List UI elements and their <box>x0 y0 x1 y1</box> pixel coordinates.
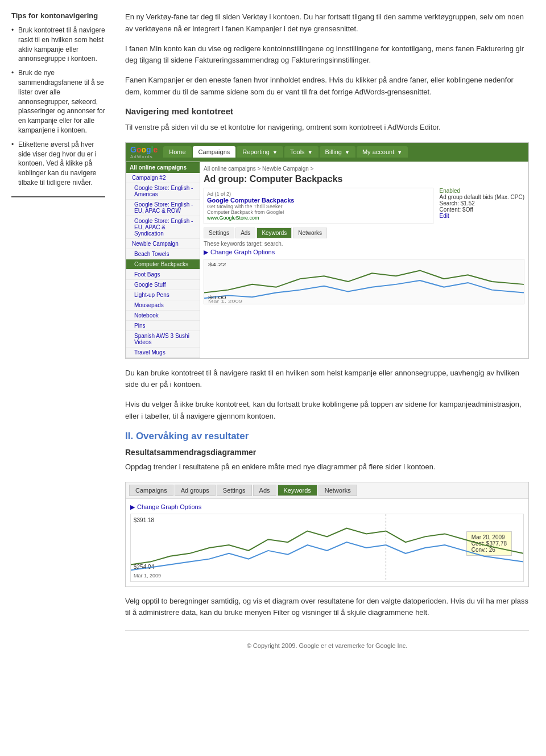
svg-text:Mar 1, 2009: Mar 1, 2009 <box>208 298 242 303</box>
tree-notebook[interactable]: Notebook <box>126 311 200 321</box>
sidebar-tip-3: Etikettene øverst på hver side viser deg… <box>11 140 105 188</box>
sidebar-tip-1: Bruk kontotreet til å navigere raskt til… <box>11 26 105 64</box>
kw-tab-settings[interactable]: Settings <box>217 485 252 496</box>
footer: © Copyright 2009. Google er et varemerke… <box>125 630 529 655</box>
adgroup-title: Ad group: Computer Backpacks <box>204 174 524 184</box>
tree-computer-backpacks[interactable]: Computer Backpacks <box>126 259 200 270</box>
tree-header: All online campaigns <box>126 162 200 173</box>
ad-line1: Get Moving with the Thrill Seeker <box>207 204 430 209</box>
main-content: En ny Verktøy-fane tar deg til siden Ver… <box>114 11 546 655</box>
kw-tab-keywords[interactable]: Keywords <box>278 485 317 496</box>
kw-tab-campaigns[interactable]: Campaigns <box>129 485 173 496</box>
bid-label: Ad group default bids (Max. CPC) <box>439 194 524 200</box>
footer-text: © Copyright 2009. Google er et varemerke… <box>247 642 408 649</box>
adwords-tree: All online campaigns Campaign #2 Google … <box>126 162 200 358</box>
adwords-main-panel: All online campaigns > Newbie Campaign >… <box>200 162 528 358</box>
tree-lightup-pens[interactable]: Light-up Pens <box>126 290 200 300</box>
sidebar-tip-2: Bruk de nye sammendragsfanene til å se l… <box>11 68 105 135</box>
adwords-graph: $4.22 $0.00 Mar 1, 2009 <box>204 259 524 304</box>
tree-campaign-2[interactable]: Campaign #2 <box>126 173 200 183</box>
para-5: Du kan bruke kontotreet til å navigere r… <box>125 367 529 391</box>
para-1: En ny Verktøy-fane tar deg til siden Ver… <box>125 11 529 35</box>
kw-tab-networks[interactable]: Networks <box>318 485 357 496</box>
change-graph-link[interactable]: ▶ Change Graph Options <box>204 249 524 256</box>
tree-beach-towels[interactable]: Beach Towels <box>126 249 200 259</box>
ad-line2: Computer Backpack from Google! <box>207 209 430 215</box>
adwords-screenshot: Google AdWords Home Campaigns Reporting … <box>125 142 529 359</box>
nav-tab-home[interactable]: Home <box>163 146 191 158</box>
para-8: Velg opptil to beregninger samtidig, og … <box>125 596 529 619</box>
tree-foot-bags[interactable]: Foot Bags <box>126 270 200 280</box>
tab-settings[interactable]: Settings <box>204 228 234 238</box>
sidebar: Tips for kontonavigering Bruk kontotreet… <box>0 11 114 655</box>
ad-number: Ad (1 of 2) <box>207 191 430 197</box>
svg-text:$4.22: $4.22 <box>208 261 226 267</box>
sidebar-title: Tips for kontonavigering <box>11 11 105 20</box>
tree-google-eu-apac[interactable]: Google Store: English - EU, APAC & ROW <box>126 200 200 216</box>
tab-keywords[interactable]: Keywords <box>257 228 292 238</box>
adwords-body: All online campaigns Campaign #2 Google … <box>126 162 528 358</box>
tree-newbie[interactable]: Newbie Campaign <box>126 239 200 249</box>
nav-tab-tools[interactable]: Tools ▼ <box>284 146 318 158</box>
tree-travel-mugs[interactable]: Travel Mugs <box>126 348 200 358</box>
ad-status-area: Enabled Ad group default bids (Max. CPC)… <box>439 188 524 224</box>
para-4: Til venstre på siden vil du se et kontot… <box>125 122 529 134</box>
blue-heading: II. Overvåking av resultater <box>125 431 529 442</box>
ad-box: Ad (1 of 2) Google Computer Backpacks Ge… <box>204 188 433 224</box>
tree-mousepads[interactable]: Mousepads <box>126 300 200 311</box>
kw-change-graph-link[interactable]: ▶ Change Graph Options <box>130 503 524 511</box>
para-7: Oppdag trender i resultatene på en enkle… <box>125 461 529 473</box>
tree-spanish[interactable]: Spanish AWS 3 Sushi Videos <box>126 331 200 348</box>
keywords-target-label: These keywords target: search. <box>204 241 524 247</box>
bid-info: Ad group default bids (Max. CPC) Search:… <box>439 194 524 219</box>
nav-heading: Navigering med kontotreet <box>125 106 529 116</box>
tab-ads[interactable]: Ads <box>235 228 255 238</box>
nav-tab-reporting[interactable]: Reporting ▼ <box>237 146 283 158</box>
para-6: Hvis du velger å ikke bruke kontotreet, … <box>125 399 529 423</box>
tree-google-americas[interactable]: Google Store: English - Americas <box>126 183 200 200</box>
sidebar-divider <box>11 196 105 197</box>
bid-edit-link[interactable]: Edit <box>439 213 524 219</box>
bid-search: Search: $1.52 <box>439 200 524 206</box>
tree-pins[interactable]: Pins <box>126 321 200 331</box>
sidebar-tips-list: Bruk kontotreet til å navigere raskt til… <box>11 26 105 188</box>
adwords-navbar: Google AdWords Home Campaigns Reporting … <box>126 143 528 162</box>
bid-content: Content: $Off <box>439 206 524 213</box>
ad-url: www.GoogleStore.com <box>207 215 430 221</box>
adwords-ui: Google AdWords Home Campaigns Reporting … <box>126 143 528 358</box>
ad-section: Ad (1 of 2) Google Computer Backpacks Ge… <box>204 188 524 224</box>
kw-chart: $391.18 $254.04 Mar 1, 2009 Mar 20, 2009… <box>130 514 524 582</box>
kw-tabs-bar: Campaigns Ad groups Settings Ads Keyword… <box>126 482 528 499</box>
tree-google-stuff[interactable]: Google Stuff <box>126 280 200 290</box>
ad-status: Enabled <box>439 188 524 194</box>
adwords-logo: Google AdWords <box>130 145 158 159</box>
tree-google-eu-syn[interactable]: Google Store: English - EU, APAC & Syndi… <box>126 216 200 239</box>
keywords-screenshot: Campaigns Ad groups Settings Ads Keyword… <box>125 482 529 587</box>
para-3: Fanen Kampanjer er den eneste fanen hvor… <box>125 75 529 98</box>
nav-tab-myaccount[interactable]: My account ▼ <box>357 146 408 158</box>
breadcrumb: All online campaigns > Newbie Campaign > <box>204 166 524 172</box>
kw-tab-adgroups[interactable]: Ad groups <box>175 485 216 496</box>
tab-networks[interactable]: Networks <box>293 228 327 238</box>
content-tabs-bar: Settings Ads Keywords Networks <box>204 228 524 238</box>
nav-tab-campaigns[interactable]: Campaigns <box>193 146 236 158</box>
ad-title: Google Computer Backpacks <box>207 197 430 204</box>
subheading: Resultatsammendragsdiagrammer <box>125 448 529 457</box>
kw-graph-area: ▶ Change Graph Options $391.18 $254.04 M… <box>126 499 528 586</box>
kw-tab-ads[interactable]: Ads <box>253 485 276 496</box>
nav-tab-billing[interactable]: Billing ▼ <box>320 146 355 158</box>
para-2: I fanen Min konto kan du vise og rediger… <box>125 43 529 67</box>
